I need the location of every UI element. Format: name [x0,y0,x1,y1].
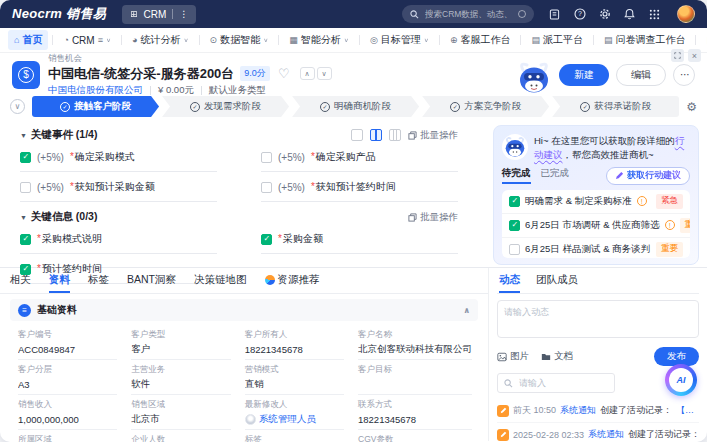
feed-source-link[interactable]: 系统通知 [560,404,596,417]
info-icon[interactable]: ! [665,220,675,230]
attach-doc-button[interactable]: 文档 [541,350,573,363]
favorite-heart-icon[interactable]: ♡ [278,67,290,80]
stage-status-icon: ✓ [450,102,460,112]
batch-action-button[interactable]: 批量操作 [408,129,458,142]
nav-item-smart-analysis[interactable]: ▦ 智能分析 ∨ [283,30,355,50]
tab-decision-chain-map[interactable]: 决策链地图 [194,268,247,293]
nav-item-service-workbench[interactable]: ⊕ 客服工作台 [444,30,517,50]
divider [172,9,173,19]
stage-solution-competition[interactable]: ✓ 方案竞争阶段 [422,96,549,117]
form-field: 客户名称北京创客联动科技有限公司 [358,325,472,360]
divider [520,35,521,45]
layout-two-column-icon[interactable] [370,129,382,141]
task-label: 6月25日 市场调研 & 供应商筛选 [525,219,660,232]
checkbox[interactable] [20,234,31,245]
checkbox[interactable] [509,196,520,207]
nav-label: 统计分析 [140,33,180,47]
stage-gain-commitment[interactable]: ✓ 获得承诺阶段 [552,96,679,117]
ai-assistant-button[interactable]: AI [665,364,697,396]
feed-search-input[interactable] [517,377,608,389]
close-icon[interactable]: × [688,49,701,62]
triangle-collapse-icon[interactable]: ▼ [20,132,27,139]
opportunity-entity-icon: $ [12,61,40,89]
form-field: 销售收入1,000,000,000 [18,395,117,430]
task-item[interactable]: 明确需求 & 制定采购标准 ! 紧急 [502,190,690,214]
divider [278,35,279,45]
entity-type-label: 销售机会 [48,53,332,65]
app-switcher[interactable]: ⊞ CRM ⋮ [122,5,196,24]
image-icon [497,352,507,362]
chevron-up-icon[interactable]: ∧ [464,306,471,315]
nav-item-survey-workbench-2[interactable]: ▤ 问卷调查工作台 [700,30,707,50]
checkbox[interactable] [20,152,31,163]
nav-item-goal-management[interactable]: ◎ 目标管理 ∨ [364,30,435,50]
next-record-button[interactable]: ∨ [317,67,332,80]
stage-discover-needs[interactable]: ✓ 发现需求阶段 [162,96,289,117]
info-icon[interactable]: ! [637,196,647,206]
main-nav: ⌂ 首页 ◔ CRM ≡ ∨ ◕ 统计分析 ∨ ⊙ 数据智能 ∨ ▦ 智能分析 … [0,28,707,53]
feed-item[interactable]: 前天 10:50 系统通知 创建了活动记录： 【苏大强】创... [497,399,699,423]
tab-done[interactable]: 已完成 [541,167,570,184]
feed-source-link[interactable]: 系统通知 [588,428,624,441]
checkbox[interactable] [20,264,31,275]
key-event-label: 确定采购模式 [70,150,135,164]
tab-team-members[interactable]: 团队成员 [536,268,578,293]
checkbox[interactable] [261,234,272,245]
nav-item-analytics[interactable]: ◕ 统计分析 ∨ [126,30,195,50]
checkbox[interactable] [509,220,520,231]
get-advice-button[interactable]: 获取行动建议 [606,167,690,185]
nav-item-home[interactable]: ⌂ 首页 [8,30,48,50]
nav-item-data-intelligence[interactable]: ⊙ 数据智能 ∨ [204,30,275,50]
global-search-input[interactable] [423,8,514,20]
checkbox[interactable] [261,182,272,193]
user-avatar[interactable] [677,5,695,23]
expand-icon[interactable] [671,49,684,62]
checkbox[interactable] [261,152,272,163]
edit-button[interactable]: 编辑 [616,64,666,86]
nav-item-crm[interactable]: ◔ CRM ≡ ∨ [57,32,117,49]
triangle-collapse-icon[interactable]: ▼ [20,214,27,221]
tab-todo[interactable]: 待完成 [502,167,531,184]
checkbox[interactable] [20,182,31,193]
nav-item-dispatch-platform[interactable]: ▤ 派工平台 [525,30,589,50]
detail-tabs: 相关 资料 标签 BANT洞察 决策链地图 资源推荐 [0,268,488,294]
stage-settings-gear-icon[interactable]: ⚙ [686,100,697,114]
publish-button[interactable]: 发布 [654,347,699,366]
prev-record-button[interactable]: ∧ [300,67,315,80]
feed-item[interactable]: 2025-02-28 02:33 系统通知 创建了活动记录： 【苏... [497,423,699,442]
checkbox[interactable] [509,244,520,255]
nav-item-survey-workbench-1[interactable]: ▤ 问卷调查工作台 [598,30,692,50]
task-item[interactable]: 6月25日 市场调研 & 供应商筛选 ! 重要 [502,214,690,238]
feed-target-link[interactable]: 【苏大强】创... [676,404,699,417]
tab-bant-insight[interactable]: BANT洞察 [127,268,176,293]
layout-three-column-icon[interactable] [389,129,401,141]
attach-image-button[interactable]: 图片 [497,350,529,363]
tab-profile[interactable]: 资料 [49,268,70,293]
window-controls: × [671,49,701,62]
weight-label: (+5%) [278,182,305,193]
settings-gear-icon[interactable] [598,8,611,21]
batch-action-button[interactable]: 批量操作 [408,211,458,224]
account-link[interactable]: 中国电信股份有限公司 [48,84,143,97]
stage-contact-customer[interactable]: ✓ 接触客户阶段 [32,96,159,117]
more-actions-button[interactable]: ⋯ [673,64,695,86]
search-icon [410,10,419,19]
task-item[interactable]: 6月25日 样品测试 & 商务谈判 ! 重要 [502,238,690,258]
tab-activity[interactable]: 动态 [499,268,520,293]
stage-confirm-opportunity[interactable]: ✓ 明确商机阶段 [292,96,419,117]
voice-search-icon[interactable] [518,10,526,18]
activity-input[interactable] [497,300,699,338]
feed-search[interactable] [497,373,615,393]
tab-resource-recommend[interactable]: 资源推荐 [265,268,320,293]
apps-grid-icon[interactable] [648,8,661,21]
layout-one-column-icon[interactable] [351,129,363,141]
tab-labels[interactable]: 标签 [88,268,109,293]
basic-info-section-header[interactable]: ≡ 基础资料 ∧ [10,299,478,321]
new-button[interactable]: 新建 [559,64,609,86]
kebab-icon[interactable]: ⋮ [179,9,188,19]
collapse-stages-icon[interactable]: ∨ [10,99,25,114]
help-icon[interactable]: ? [573,8,586,21]
notes-icon[interactable] [548,8,561,21]
bell-icon[interactable] [623,8,636,21]
global-search[interactable] [402,5,534,23]
